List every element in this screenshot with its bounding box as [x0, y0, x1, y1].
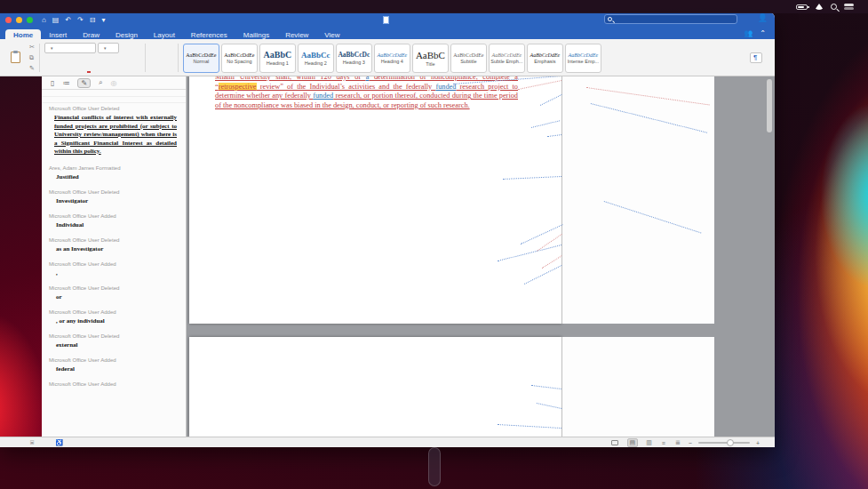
style-preview: AaBbCcDdEe — [186, 52, 216, 58]
ribbon-tab[interactable]: References — [183, 29, 235, 41]
font-color-button[interactable] — [87, 71, 91, 73]
share-button[interactable]: 👥 ⌃ — [744, 29, 766, 37]
font-name-select[interactable]: ▾ — [44, 43, 96, 53]
wifi-icon[interactable] — [815, 4, 824, 10]
revision-entry[interactable]: Microsoft Office User Added , or any ind… — [49, 309, 179, 325]
style-preview: AaBbCcDdEe — [530, 52, 561, 58]
zoom-window-button[interactable] — [27, 17, 33, 23]
document-canvas[interactable]: Miami University shall, within 120 days … — [187, 76, 775, 437]
revision-entry[interactable]: Microsoft Office User Deleted or — [49, 285, 179, 301]
ribbon-tab[interactable]: View — [316, 29, 347, 41]
zoom-out-button[interactable]: − — [689, 440, 692, 446]
web-layout-view-button[interactable]: ▥ — [644, 439, 654, 446]
minimize-window-button[interactable] — [16, 17, 22, 23]
vertical-scrollbar[interactable] — [767, 79, 772, 132]
revision-text: Investigator — [49, 197, 179, 204]
style-chip[interactable]: AaBbCc Heading 2 — [298, 44, 334, 73]
font-size-select[interactable]: ▾ — [98, 43, 119, 53]
revision-author: Microsoft Office User Deleted — [49, 188, 179, 195]
battery-icon[interactable] — [796, 4, 808, 10]
settings-icon[interactable]: ◎ — [111, 79, 117, 87]
ribbon-tab[interactable]: Draw — [75, 29, 108, 41]
ribbon-tab[interactable]: Layout — [146, 29, 183, 41]
thumbnails-icon[interactable]: ▯ — [51, 79, 54, 87]
style-chip[interactable]: AaBbCcDdEe Normal — [183, 44, 219, 73]
styles-pane-button[interactable] — [741, 42, 771, 74]
style-chip[interactable]: AaBbCcDdEe No Spacing — [221, 44, 258, 73]
ribbon-tab[interactable]: Review — [277, 29, 316, 41]
style-chip[interactable]: AaBbCcDdEe Subtitle — [450, 44, 487, 73]
share-person-icon: 👥 — [744, 29, 753, 37]
document-page-7[interactable] — [189, 337, 561, 437]
outline-icon[interactable]: ≔ — [62, 79, 69, 87]
close-window-button[interactable] — [5, 17, 12, 23]
ribbon-tab[interactable]: Design — [108, 29, 146, 41]
paragraph-group — [150, 42, 173, 74]
zoom-slider-knob[interactable] — [727, 439, 734, 446]
revision-entry[interactable]: Ares, Adam James Formatted Justified — [49, 164, 179, 180]
revision-entry[interactable]: Microsoft Office User Added — [49, 381, 179, 387]
revision-entry[interactable]: Microsoft Office User Deleted as an Inve… — [49, 236, 179, 253]
ribbon-tab[interactable]: Insert — [41, 29, 75, 41]
style-chip[interactable]: AaBbCcDdEe Heading 4 — [374, 44, 410, 73]
save-icon[interactable]: ▤ — [52, 16, 60, 24]
style-chip[interactable]: AaBbC Title — [412, 44, 449, 73]
revision-entry[interactable]: Microsoft Office User Deleted Financial … — [49, 105, 179, 156]
revision-entry[interactable]: Microsoft Office User Added federal — [49, 357, 179, 373]
style-name: Subtle Emph... — [490, 59, 522, 64]
zoom-slider[interactable] — [698, 442, 750, 444]
revision-author: Microsoft Office User Added — [49, 309, 179, 315]
style-chip[interactable]: AaBbCcDdEe Intense Emp... — [565, 44, 601, 73]
ribbon-tab[interactable]: Mailings — [235, 29, 277, 41]
spotlight-search-icon[interactable] — [831, 4, 837, 10]
copy-icon[interactable]: ⧉ — [29, 54, 35, 61]
redo-icon[interactable]: ↷ — [77, 16, 84, 24]
cut-icon[interactable]: ✂ — [29, 44, 35, 51]
traffic-lights — [5, 17, 33, 23]
ribbon-tab[interactable]: Home — [5, 29, 41, 41]
style-preview: AaBbC — [264, 50, 292, 60]
paste-button[interactable] — [4, 42, 27, 74]
find-icon[interactable]: ⌕ — [99, 78, 102, 87]
revision-author: Microsoft Office User Deleted — [49, 236, 179, 243]
account-avatar[interactable]: 👤 — [758, 13, 768, 22]
draft-view-button[interactable]: ≣ — [673, 439, 682, 446]
style-preview: AaBbCcDdEe — [224, 52, 254, 58]
revision-entry[interactable]: Microsoft Office User Deleted Investigat… — [49, 188, 179, 204]
print-icon[interactable]: ⊟ — [90, 16, 96, 24]
style-chip[interactable]: AaBbCcDc Heading 3 — [336, 44, 372, 73]
document-workspace: ▯ ≔ ✎ ⌕ ◎ Microsoft Office User Deleted … — [0, 76, 775, 437]
focus-button[interactable] — [611, 440, 621, 445]
revision-text: Financial conflicts of interest with ext… — [49, 114, 179, 156]
undo-icon[interactable]: ↶ — [65, 16, 71, 24]
revision-entry[interactable]: Microsoft Office User Added , — [49, 261, 179, 277]
style-chip[interactable]: AaBbCcDdEe Emphasis — [527, 44, 563, 73]
styles-pane-icon — [750, 52, 762, 63]
accessibility-status[interactable]: ♿ — [55, 439, 63, 446]
revision-entry[interactable]: Microsoft Office User Added Individual — [49, 212, 179, 228]
revision-author: Ares, Adam James Formatted — [49, 164, 179, 171]
outline-view-button[interactable]: ≡ — [660, 440, 667, 446]
revision-entry[interactable]: Microsoft Office User Deleted external — [49, 333, 179, 349]
document-page-6[interactable] — [189, 76, 561, 324]
desktop: ⌂ ▤ ↶ ↷ ⊟ ▾ 👤 HomeInsertDrawDesignLayout… — [0, 0, 868, 489]
style-chip[interactable]: AaBbCcDdEe Subtle Emph... — [489, 44, 525, 73]
revisions-icon[interactable]: ✎ — [77, 78, 91, 88]
zoom-in-button[interactable]: + — [756, 440, 760, 446]
format-painter-icon[interactable]: ✎ — [29, 65, 35, 72]
revisions-list: Microsoft Office User Deleted Financial … — [42, 103, 186, 397]
customize-toolbar-chevron-icon[interactable]: ▾ — [102, 16, 106, 24]
control-center-icon[interactable] — [844, 4, 854, 10]
revision-author: Microsoft Office User Deleted — [49, 333, 179, 339]
revision-author: Microsoft Office User Added — [49, 381, 179, 387]
focus-icon — [611, 440, 618, 445]
revisions-header[interactable] — [42, 90, 186, 97]
style-chip[interactable]: AaBbC Heading 1 — [259, 44, 296, 73]
revision-author: Microsoft Office User Added — [49, 357, 179, 363]
markup-area-page-6 — [561, 76, 714, 324]
print-layout-view-button[interactable]: ▤ — [627, 438, 639, 447]
style-preview: AaBbCcDdEe — [453, 52, 483, 58]
home-quick-icon[interactable]: ⌂ — [42, 16, 46, 24]
search-box[interactable] — [604, 14, 737, 24]
proofing-icon[interactable]: ⌸ — [30, 439, 34, 446]
